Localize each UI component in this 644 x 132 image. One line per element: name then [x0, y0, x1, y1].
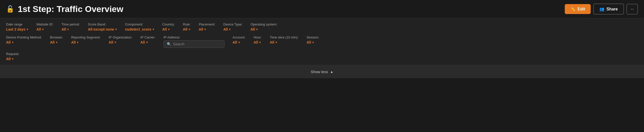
filter-account-value[interactable]: All ▾ [233, 40, 246, 44]
filter-score-band[interactable]: Score Band: All except none ▾ [88, 22, 117, 31]
filter-browser-label: Browser: [50, 35, 63, 39]
chevron-down-icon: ▾ [115, 41, 116, 44]
filter-session[interactable]: Session: All ▾ [307, 35, 319, 44]
filter-country-label: Country: [162, 22, 175, 26]
filter-time-period[interactable]: Time period: All ▾ [61, 22, 80, 31]
filter-device-type-value[interactable]: All ▾ [223, 27, 243, 31]
chevron-down-icon: ▾ [238, 41, 240, 44]
edit-icon: ✏️ [570, 7, 575, 11]
filter-component-value[interactable]: nudetect_score ▾ [125, 27, 154, 31]
chevron-down-icon: ▾ [27, 28, 28, 31]
chevron-down-icon: ▾ [12, 57, 13, 61]
filter-account[interactable]: Account: All ▾ [233, 35, 246, 44]
filter-rule-value[interactable]: All ▾ [183, 27, 190, 31]
filter-account-label: Account: [233, 35, 246, 39]
chevron-down-icon: ▾ [67, 28, 69, 31]
filter-placement[interactable]: Placement: All ▾ [199, 22, 215, 31]
edit-label: Edit [577, 7, 585, 11]
filter-operating-system[interactable]: Operating system: All ▾ [250, 22, 277, 31]
show-less-label: Show less [311, 70, 328, 74]
chevron-down-icon: ▾ [204, 28, 206, 31]
filter-placement-value[interactable]: All ▾ [199, 27, 215, 31]
filter-browser-value[interactable]: All ▾ [50, 40, 63, 44]
filter-hour-value[interactable]: All ▾ [253, 40, 262, 44]
chevron-down-icon: ▾ [153, 28, 154, 31]
filter-device-pointing-value[interactable]: All ▾ [6, 40, 42, 44]
filter-placement-label: Placement: [199, 22, 215, 26]
show-less-bar[interactable]: Show less ▲ [0, 65, 644, 78]
header-left: 🔓 1st Step: Traffic Overview [6, 4, 123, 14]
filter-device-type-label: Device Type: [223, 22, 243, 26]
chevron-down-icon: ▾ [56, 41, 57, 44]
filter-row-1: Date range Last 2 days ▾ Website ID: All… [6, 22, 638, 35]
chevron-down-icon: ▾ [146, 41, 148, 44]
filter-ip-organization[interactable]: IP Organization: All ▾ [109, 35, 132, 44]
filter-website-id-label: Website ID: [36, 22, 53, 26]
search-icon: 🔍 [167, 42, 171, 46]
filter-reporting-segment[interactable]: Reporting Segment: All ▾ [71, 35, 101, 44]
edit-button[interactable]: ✏️ Edit [565, 4, 591, 14]
filter-time-slice-label: Time slice (10 min): [270, 35, 298, 39]
page-title: 1st Step: Traffic Overview [18, 4, 123, 14]
chevron-down-icon: ▾ [229, 28, 231, 31]
ip-address-search-box: 🔍 [164, 40, 224, 48]
chevron-down-icon: ▾ [168, 28, 170, 31]
filter-rule-label: Rule: [183, 22, 190, 26]
chevron-down-icon: ▾ [276, 41, 277, 44]
filter-session-label: Session: [307, 35, 319, 39]
filter-country[interactable]: Country: All ▾ [162, 22, 175, 31]
lock-icon: 🔓 [6, 5, 14, 13]
filter-website-id[interactable]: Website ID: All ▾ [36, 22, 53, 31]
filter-ip-carrier-value[interactable]: All ▾ [140, 40, 155, 44]
filter-reporting-segment-value[interactable]: All ▾ [71, 40, 101, 44]
filter-time-period-value[interactable]: All ▾ [61, 27, 80, 31]
chevron-down-icon: ▾ [115, 28, 117, 31]
filter-time-period-label: Time period: [61, 22, 80, 26]
filter-device-type[interactable]: Device Type: All ▾ [223, 22, 243, 31]
filter-request[interactable]: Request: All ▾ [6, 52, 19, 61]
filter-row-3: Request: All ▾ [6, 52, 638, 65]
filters-section: Date range Last 2 days ▾ Website ID: All… [0, 18, 644, 65]
filter-date-range-value[interactable]: Last 2 days ▾ [6, 27, 28, 31]
chevron-down-icon: ▾ [189, 28, 190, 31]
chevron-up-icon: ▲ [330, 70, 333, 74]
ip-address-search-input[interactable] [173, 42, 221, 46]
filter-operating-system-label: Operating system: [250, 22, 277, 26]
filter-row-2: Device Pointing Method: All ▾ Browser: A… [6, 35, 638, 52]
filter-session-value[interactable]: All ▾ [307, 40, 319, 44]
header-actions: ✏️ Edit 👥 Share ··· [565, 4, 638, 15]
filter-hour-label: Hour: [253, 35, 262, 39]
filter-score-band-label: Score Band: [88, 22, 117, 26]
share-button[interactable]: 👥 Share [593, 4, 624, 15]
filter-request-label: Request: [6, 52, 19, 56]
filter-time-slice-value[interactable]: All ▾ [270, 40, 298, 44]
filter-rule[interactable]: Rule: All ▾ [183, 22, 190, 31]
chevron-down-icon: ▾ [12, 41, 13, 44]
filter-website-id-value[interactable]: All ▾ [36, 27, 53, 31]
filter-device-pointing[interactable]: Device Pointing Method: All ▾ [6, 35, 42, 44]
chevron-down-icon: ▾ [256, 28, 258, 31]
filter-ip-organization-value[interactable]: All ▾ [109, 40, 132, 44]
header-bar: 🔓 1st Step: Traffic Overview ✏️ Edit 👥 S… [0, 0, 644, 18]
filter-time-slice[interactable]: Time slice (10 min): All ▾ [270, 35, 298, 44]
filter-browser[interactable]: Browser: All ▾ [50, 35, 63, 44]
share-label: Share [606, 7, 618, 11]
filter-component-label: Component: [125, 22, 154, 26]
filter-ip-carrier[interactable]: IP Carrier: All ▾ [140, 35, 155, 44]
filter-ip-address: IP Address: 🔍 [164, 35, 224, 48]
filter-request-value[interactable]: All ▾ [6, 57, 19, 61]
more-button[interactable]: ··· [626, 4, 638, 15]
filter-ip-carrier-label: IP Carrier: [140, 35, 155, 39]
filter-ip-address-label: IP Address: [164, 35, 224, 39]
filter-device-pointing-label: Device Pointing Method: [6, 35, 42, 39]
chevron-down-icon: ▾ [42, 28, 44, 31]
filter-score-band-value[interactable]: All except none ▾ [88, 27, 117, 31]
filter-component[interactable]: Component: nudetect_score ▾ [125, 22, 154, 31]
share-icon: 👥 [599, 7, 604, 11]
filter-date-range[interactable]: Date range Last 2 days ▾ [6, 22, 28, 31]
filter-country-value[interactable]: All ▾ [162, 27, 175, 31]
filter-operating-system-value[interactable]: All ▾ [250, 27, 277, 31]
more-icon: ··· [631, 7, 634, 11]
chevron-down-icon: ▾ [77, 41, 78, 44]
filter-hour[interactable]: Hour: All ▾ [253, 35, 262, 44]
